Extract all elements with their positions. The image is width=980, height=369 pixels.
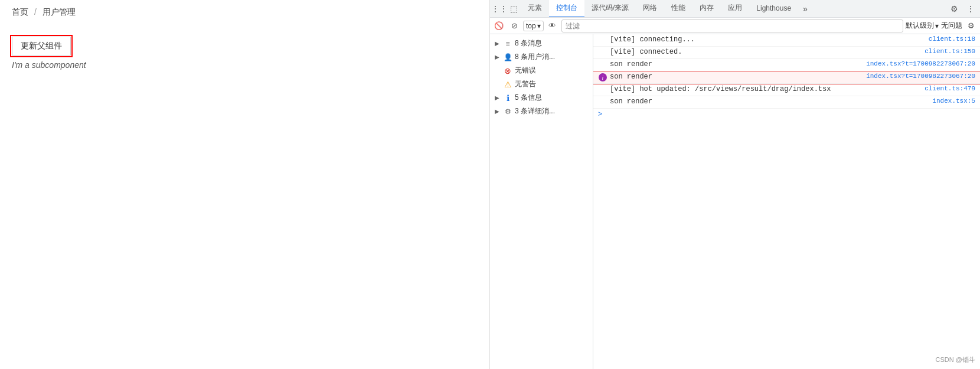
- line1-text: [vite] connecting...: [610, 35, 924, 44]
- update-parent-button[interactable]: 更新父组件: [12, 37, 71, 55]
- tab-memory[interactable]: 内存: [692, 0, 721, 18]
- breadcrumb-separator: /: [34, 7, 37, 17]
- tab-application[interactable]: 应用: [721, 0, 749, 18]
- default-level-arrow: ▾: [935, 22, 939, 30]
- console-output: [vite] connecting... client.ts:18 [vite]…: [593, 34, 980, 369]
- subcomponent-text: I'm a subcomponent: [12, 60, 478, 70]
- sidebar-arrow-info: ▶: [495, 94, 501, 101]
- line6-link[interactable]: index.tsx:5: [927, 97, 975, 105]
- sidebar-label-warnings: 无警告: [515, 79, 536, 89]
- devtools-more-icon[interactable]: ⋮: [963, 2, 978, 16]
- devtools-settings-area: ⚙ ⋮: [947, 2, 978, 16]
- info-icon: ℹ: [503, 93, 512, 103]
- sidebar-label-user: 8 条用户消...: [515, 52, 555, 62]
- console-line-4: i son render index.tsx?t=1700982273067:2…: [593, 71, 980, 84]
- sidebar-item-no-errors[interactable]: ⊗ 无错误: [490, 64, 593, 77]
- verbose-icon: ⚙: [503, 107, 512, 116]
- devtools-body: ▶ ≡ 8 条消息 ▶ 👤 8 条用户消... ⊗ 无错误 ⚠ 无警告 ▶: [490, 34, 980, 369]
- line4-link[interactable]: index.tsx?t=1700982273067:20: [861, 73, 975, 80]
- console-toolbar: 🚫 ⊘ top ▾ 👁 默认级别 ▾ 无问题 ⚙: [490, 18, 980, 34]
- context-selector-arrow: ▾: [537, 22, 541, 30]
- settings-icon[interactable]: ⚙: [947, 2, 961, 16]
- line3-icon: [598, 60, 607, 70]
- tab-source[interactable]: 源代码/来源: [584, 0, 636, 18]
- console-line-2: [vite] connected. client.ts:150: [593, 47, 980, 59]
- more-tabs-button[interactable]: »: [798, 2, 812, 16]
- line2-text: [vite] connected.: [610, 48, 920, 56]
- sidebar-label-info: 5 条信息: [515, 93, 542, 103]
- devtools-panel: ⋮⋮ ⬚ 元素 控制台 源代码/来源 网络 性能 内存 应用 Lighthous…: [490, 0, 980, 369]
- breadcrumb-home[interactable]: 首页: [12, 7, 28, 17]
- console-line-5: [vite] hot updated: /src/views/result/dr…: [593, 84, 980, 96]
- console-filter-input[interactable]: [561, 19, 903, 32]
- line2-link[interactable]: client.ts:150: [920, 48, 975, 55]
- console-prompt-arrow[interactable]: >: [593, 109, 980, 119]
- sidebar-arrow-verbose: ▶: [495, 108, 501, 115]
- tab-elements[interactable]: 元素: [521, 0, 549, 18]
- sidebar-item-all-messages[interactable]: ▶ ≡ 8 条消息: [490, 37, 593, 50]
- console-sidebar: ▶ ≡ 8 条消息 ▶ 👤 8 条用户消... ⊗ 无错误 ⚠ 无警告 ▶: [490, 34, 593, 369]
- warning-icon: ⚠: [503, 80, 512, 89]
- watermark: CSDN @锱斗: [936, 355, 975, 364]
- line3-text: son render: [610, 60, 861, 68]
- line6-text: son render: [610, 97, 927, 106]
- sidebar-label-all: 8 条消息: [515, 38, 542, 48]
- sidebar-item-user-messages[interactable]: ▶ 👤 8 条用户消...: [490, 50, 593, 64]
- sidebar-item-no-warnings[interactable]: ⚠ 无警告: [490, 77, 593, 91]
- sidebar-label-verbose: 3 条详细消...: [515, 106, 555, 116]
- line6-icon: [598, 97, 607, 107]
- line4-text: son render: [610, 73, 861, 81]
- devtools-toggle-icon[interactable]: ⋮⋮: [492, 2, 507, 16]
- breadcrumb-current: 用户管理: [43, 7, 76, 17]
- sidebar-item-info[interactable]: ▶ ℹ 5 条信息: [490, 91, 593, 105]
- breadcrumb: 首页 / 用户管理: [0, 0, 489, 25]
- context-selector-value: top: [526, 22, 536, 30]
- line2-icon: [598, 48, 607, 57]
- console-line-3: son render index.tsx?t=1700982273067:20: [593, 59, 980, 71]
- messages-icon: ≡: [503, 39, 512, 48]
- tab-console[interactable]: 控制台: [549, 0, 584, 18]
- issues-settings-icon[interactable]: ⚙: [965, 19, 978, 32]
- line3-link[interactable]: index.tsx?t=1700982273067:20: [861, 60, 975, 67]
- error-icon: ⊗: [503, 66, 512, 76]
- sidebar-label-errors: 无错误: [515, 66, 536, 76]
- context-selector[interactable]: top ▾: [523, 21, 544, 31]
- sidebar-item-verbose[interactable]: ▶ ⚙ 3 条详细消...: [490, 105, 593, 118]
- tab-lighthouse[interactable]: Lighthouse: [749, 0, 798, 18]
- tab-performance[interactable]: 性能: [664, 0, 692, 18]
- circle-i-icon: i: [599, 73, 607, 81]
- line1-icon: [598, 35, 607, 45]
- console-line-6: son render index.tsx:5: [593, 96, 980, 109]
- sidebar-arrow-user: ▶: [495, 54, 501, 60]
- devtools-tab-bar: ⋮⋮ ⬚ 元素 控制台 源代码/来源 网络 性能 内存 应用 Lighthous…: [490, 0, 980, 18]
- line5-icon: [598, 85, 607, 94]
- line1-link[interactable]: client.ts:18: [924, 35, 975, 43]
- tab-network[interactable]: 网络: [636, 0, 664, 18]
- user-icon: 👤: [503, 53, 512, 62]
- default-level-label: 默认级别: [906, 21, 934, 31]
- app-panel: 首页 / 用户管理 更新父组件 I'm a subcomponent: [0, 0, 490, 369]
- line5-link[interactable]: client.ts:479: [920, 85, 975, 92]
- app-content: 更新父组件 I'm a subcomponent: [0, 25, 489, 369]
- clear-console-button[interactable]: 🚫: [492, 19, 505, 32]
- line4-icon: i: [598, 73, 607, 82]
- line5-text: [vite] hot updated: /src/views/result/dr…: [610, 85, 920, 93]
- filter-icon[interactable]: ⊘: [508, 19, 521, 32]
- default-level-selector[interactable]: 默认级别 ▾: [906, 21, 939, 31]
- devtools-inspect-icon[interactable]: ⬚: [507, 2, 521, 16]
- sidebar-arrow-all: ▶: [495, 40, 501, 47]
- no-issues-label: 无问题: [941, 21, 962, 31]
- eye-icon[interactable]: 👁: [546, 19, 559, 32]
- console-line-1: [vite] connecting... client.ts:18: [593, 34, 980, 47]
